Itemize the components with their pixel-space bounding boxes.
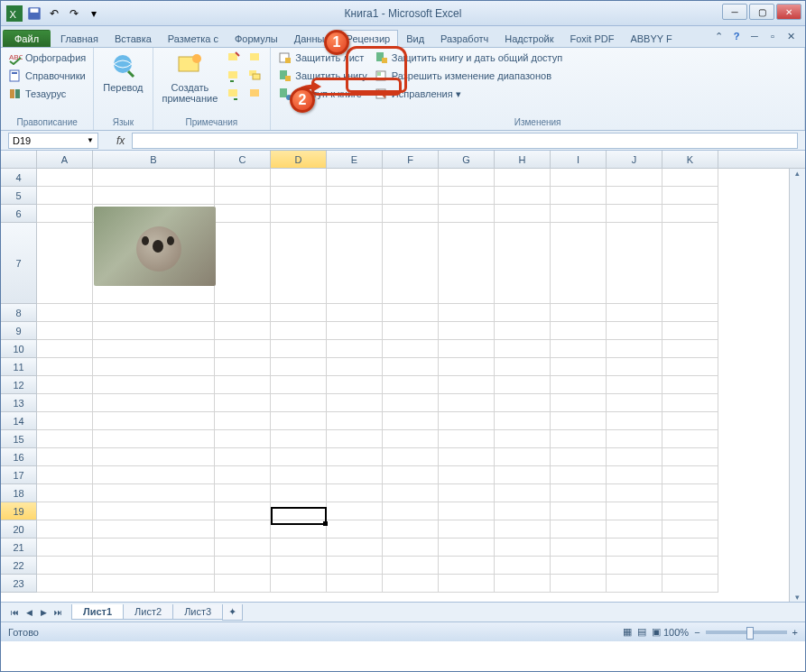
cell[interactable] [215, 358, 271, 376]
row-header[interactable]: 10 [1, 340, 37, 358]
sheet-last-icon[interactable]: ⏭ [51, 606, 64, 619]
cell[interactable] [93, 430, 215, 448]
cell[interactable] [327, 575, 383, 593]
row-header[interactable]: 9 [1, 322, 37, 340]
cell[interactable] [215, 448, 271, 466]
cell[interactable] [327, 304, 383, 322]
cell[interactable] [551, 223, 607, 304]
research-button[interactable]: Справочники [6, 68, 88, 84]
cell[interactable] [271, 557, 327, 575]
cell[interactable] [271, 448, 327, 466]
cell[interactable] [551, 187, 607, 205]
tab-view[interactable]: Вид [398, 30, 432, 47]
cell[interactable] [271, 394, 327, 412]
row-header[interactable]: 11 [1, 358, 37, 376]
row-header[interactable]: 13 [1, 394, 37, 412]
cell[interactable] [495, 376, 551, 394]
cell[interactable] [607, 187, 662, 205]
maximize-button[interactable]: ▢ [749, 4, 774, 20]
show-comment-button[interactable] [246, 50, 264, 66]
zoom-out-button[interactable]: − [694, 627, 699, 638]
cell[interactable] [271, 205, 327, 223]
cell[interactable] [383, 358, 439, 376]
cell[interactable] [215, 539, 271, 557]
cell[interactable] [215, 557, 271, 575]
cell[interactable] [37, 394, 93, 412]
minimize-ribbon-icon[interactable]: ⌃ [711, 29, 726, 43]
view-pagebreak-icon[interactable]: ▣ [649, 626, 663, 638]
cell[interactable] [215, 223, 271, 304]
cell[interactable] [439, 557, 495, 575]
select-all-corner[interactable] [1, 151, 37, 168]
cell[interactable] [662, 340, 718, 358]
col-header[interactable]: I [551, 151, 607, 168]
cell[interactable] [93, 358, 215, 376]
cell[interactable] [662, 304, 718, 322]
cell[interactable] [551, 502, 607, 520]
cell[interactable] [271, 575, 327, 593]
cell[interactable] [495, 448, 551, 466]
protect-sheet-button[interactable]: Защитить лист [276, 50, 369, 66]
tab-formulas[interactable]: Формулы [227, 30, 286, 47]
cell[interactable] [37, 412, 93, 430]
cell[interactable] [495, 502, 551, 520]
cell[interactable] [607, 430, 662, 448]
cell[interactable] [607, 394, 662, 412]
row-header[interactable]: 22 [1, 557, 37, 575]
cell[interactable] [495, 557, 551, 575]
cell[interactable] [551, 448, 607, 466]
tab-file[interactable]: Файл [3, 30, 51, 47]
cell[interactable] [439, 376, 495, 394]
row-header[interactable]: 20 [1, 520, 37, 539]
cell[interactable] [439, 358, 495, 376]
cell[interactable] [37, 539, 93, 557]
cell[interactable] [93, 575, 215, 593]
new-sheet-button[interactable]: ✦ [222, 604, 243, 621]
cell[interactable] [551, 340, 607, 358]
cell[interactable] [327, 484, 383, 502]
cell[interactable] [383, 502, 439, 520]
cell[interactable] [215, 187, 271, 205]
qat-more-icon[interactable]: ▾ [86, 5, 102, 22]
cell[interactable] [271, 539, 327, 557]
cell[interactable] [662, 575, 718, 593]
cell[interactable] [495, 484, 551, 502]
cell[interactable] [607, 322, 662, 340]
cell[interactable] [327, 340, 383, 358]
cell[interactable] [662, 358, 718, 376]
cell[interactable] [37, 340, 93, 358]
cell[interactable] [327, 358, 383, 376]
cell[interactable] [327, 520, 383, 539]
cell[interactable] [383, 205, 439, 223]
cell[interactable] [215, 520, 271, 539]
cell[interactable] [607, 304, 662, 322]
row-header[interactable]: 16 [1, 448, 37, 466]
embedded-image-koala[interactable] [94, 207, 216, 286]
cell[interactable] [93, 304, 215, 322]
cell[interactable] [37, 169, 93, 187]
col-header[interactable]: D [271, 151, 327, 168]
window-close-icon[interactable]: ✕ [783, 29, 798, 43]
cell[interactable] [662, 484, 718, 502]
view-pagelayout-icon[interactable]: ▤ [635, 626, 649, 638]
cell[interactable] [93, 340, 215, 358]
cell[interactable] [327, 448, 383, 466]
cell[interactable] [439, 394, 495, 412]
window-restore-icon[interactable]: ▫ [765, 29, 780, 43]
cell[interactable] [215, 304, 271, 322]
cell[interactable] [383, 394, 439, 412]
cell[interactable] [662, 448, 718, 466]
cell[interactable] [327, 430, 383, 448]
col-header[interactable]: J [607, 151, 662, 168]
cell[interactable] [37, 502, 93, 520]
cell[interactable] [37, 575, 93, 593]
cell[interactable] [439, 169, 495, 187]
cell[interactable] [607, 223, 662, 304]
cell[interactable] [607, 520, 662, 539]
cell[interactable] [383, 484, 439, 502]
cell[interactable] [495, 575, 551, 593]
cell[interactable] [37, 557, 93, 575]
cell[interactable] [607, 358, 662, 376]
cell[interactable] [439, 539, 495, 557]
cell[interactable] [271, 187, 327, 205]
